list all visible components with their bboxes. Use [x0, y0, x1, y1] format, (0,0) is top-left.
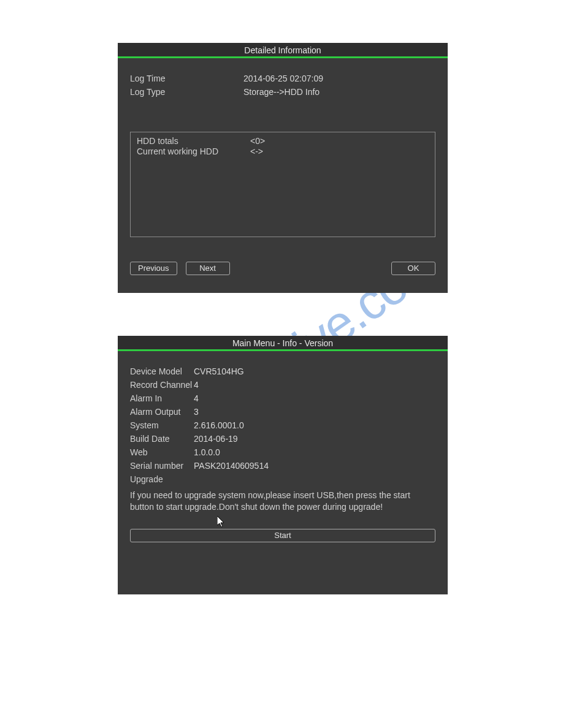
next-button[interactable]: Next [186, 262, 230, 275]
build-date-label: Build Date [130, 432, 194, 446]
log-detail-box: HDD totals <0> Current working HDD <-> [130, 132, 435, 237]
start-button[interactable]: Start [130, 529, 435, 542]
alarm-in-label: Alarm In [130, 392, 194, 405]
log-type-value: Storage-->HDD Info [243, 85, 320, 99]
build-date-value: 2014-06-19 [194, 432, 238, 446]
record-channel-value: 4 [194, 378, 199, 392]
alarm-output-label: Alarm Output [130, 405, 194, 419]
previous-button[interactable]: Previous [130, 262, 177, 275]
serial-value: PASK20140609514 [194, 459, 269, 472]
hdd-totals-label: HDD totals [137, 136, 250, 146]
upgrade-note: If you need to upgrade system now,please… [130, 490, 435, 513]
record-channel-label: Record Channel [130, 378, 194, 392]
web-value: 1.0.0.0 [194, 446, 220, 459]
dialog-title: Main Menu - Info - Version [118, 336, 448, 351]
serial-label: Serial number [130, 459, 194, 472]
hdd-totals-value: <0> [250, 136, 265, 146]
upgrade-label: Upgrade [130, 472, 194, 486]
current-hdd-value: <-> [250, 146, 263, 157]
current-hdd-label: Current working HDD [137, 146, 250, 157]
detailed-information-dialog: Detailed Information Log Time 2014-06-25… [118, 43, 448, 293]
alarm-output-value: 3 [194, 405, 199, 419]
alarm-in-value: 4 [194, 392, 199, 405]
device-model-label: Device Model [130, 365, 194, 378]
dialog-title: Detailed Information [118, 43, 448, 58]
ok-button[interactable]: OK [391, 262, 435, 275]
version-info-dialog: Main Menu - Info - Version Device ModelC… [118, 336, 448, 594]
log-type-label: Log Type [130, 85, 243, 99]
log-time-label: Log Time [130, 72, 243, 85]
log-time-value: 2014-06-25 02:07:09 [243, 72, 323, 85]
system-value: 2.616.0001.0 [194, 419, 244, 432]
system-label: System [130, 419, 194, 432]
device-model-value: CVR5104HG [194, 365, 244, 378]
web-label: Web [130, 446, 194, 459]
